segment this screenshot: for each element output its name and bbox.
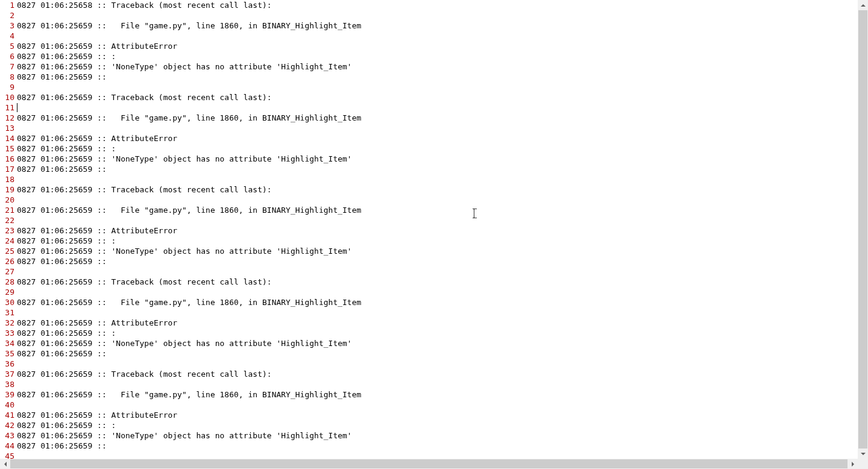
code-line[interactable]: 0827 01:06:25659 :: AttributeError bbox=[17, 318, 858, 328]
code-line[interactable]: 0827 01:06:25659 :: bbox=[17, 256, 858, 266]
code-line[interactable] bbox=[17, 10, 858, 20]
editor-viewport[interactable]: 1234567891011121314151617181920212223242… bbox=[0, 0, 858, 459]
line-number: 15 bbox=[1, 143, 14, 154]
line-number: 6 bbox=[1, 51, 14, 61]
code-line[interactable] bbox=[17, 451, 858, 459]
line-number: 29 bbox=[1, 287, 14, 297]
code-area[interactable]: 0827 01:06:25658 :: Traceback (most rece… bbox=[16, 0, 858, 459]
scroll-up-button[interactable] bbox=[858, 0, 868, 10]
code-line[interactable]: 0827 01:06:25659 :: 'NoneType' object ha… bbox=[17, 61, 858, 72]
line-number: 11 bbox=[1, 102, 14, 113]
code-line[interactable]: 0827 01:06:25659 :: 'NoneType' object ha… bbox=[17, 154, 858, 164]
line-number: 39 bbox=[1, 389, 14, 400]
horizontal-scrollbar[interactable] bbox=[0, 459, 858, 469]
line-number: 16 bbox=[1, 154, 14, 164]
line-number: 3 bbox=[1, 20, 14, 31]
code-line[interactable]: 0827 01:06:25659 :: 'NoneType' object ha… bbox=[17, 246, 858, 256]
line-number: 5 bbox=[1, 41, 14, 51]
scroll-down-button[interactable] bbox=[858, 449, 868, 459]
code-line[interactable]: 0827 01:06:25659 :: bbox=[17, 441, 858, 451]
line-number: 23 bbox=[1, 225, 14, 236]
line-number-gutter: 1234567891011121314151617181920212223242… bbox=[0, 0, 16, 459]
code-line[interactable]: 0827 01:06:25659 :: bbox=[17, 164, 858, 174]
code-line[interactable] bbox=[17, 307, 858, 318]
code-line[interactable]: 0827 01:06:25659 :: : bbox=[17, 143, 858, 154]
line-number: 18 bbox=[1, 174, 14, 184]
code-line[interactable]: 0827 01:06:25659 :: : bbox=[17, 236, 858, 246]
code-line[interactable] bbox=[17, 31, 858, 41]
code-line[interactable]: 0827 01:06:25659 :: File "game.py", line… bbox=[17, 20, 858, 31]
code-line[interactable]: 0827 01:06:25659 :: File "game.py", line… bbox=[17, 389, 858, 400]
line-number: 44 bbox=[1, 441, 14, 451]
code-line[interactable] bbox=[17, 266, 858, 277]
line-number: 7 bbox=[1, 61, 14, 72]
line-number: 8 bbox=[1, 72, 14, 82]
code-line[interactable]: 0827 01:06:25659 :: Traceback (most rece… bbox=[17, 184, 858, 195]
line-number: 25 bbox=[1, 246, 14, 256]
code-line[interactable] bbox=[17, 174, 858, 184]
line-number: 40 bbox=[1, 400, 14, 410]
code-line[interactable]: 0827 01:06:25659 :: : bbox=[17, 420, 858, 430]
line-number: 36 bbox=[1, 359, 14, 369]
code-line[interactable] bbox=[17, 123, 858, 133]
chevron-down-icon bbox=[861, 453, 866, 455]
code-line[interactable]: 0827 01:06:25659 :: AttributeError bbox=[17, 225, 858, 236]
line-number: 41 bbox=[1, 410, 14, 420]
text-editor[interactable]: 1234567891011121314151617181920212223242… bbox=[0, 0, 858, 459]
code-line[interactable] bbox=[17, 359, 858, 369]
line-number: 10 bbox=[1, 92, 14, 102]
line-number: 38 bbox=[1, 379, 14, 389]
chevron-right-icon bbox=[852, 462, 854, 467]
code-line[interactable] bbox=[17, 379, 858, 389]
code-line[interactable]: 0827 01:06:25659 :: Traceback (most rece… bbox=[17, 92, 858, 102]
vertical-scroll-track[interactable] bbox=[858, 10, 868, 449]
line-number: 20 bbox=[1, 195, 14, 205]
code-line[interactable] bbox=[17, 215, 858, 225]
scroll-left-button[interactable] bbox=[0, 459, 10, 469]
code-line[interactable]: 0827 01:06:25659 :: bbox=[17, 348, 858, 359]
code-line[interactable]: 0827 01:06:25659 :: : bbox=[17, 51, 858, 61]
line-number: 34 bbox=[1, 338, 14, 348]
code-line[interactable] bbox=[17, 195, 858, 205]
code-line[interactable]: 0827 01:06:25659 :: AttributeError bbox=[17, 410, 858, 420]
line-number: 42 bbox=[1, 420, 14, 430]
line-number: 32 bbox=[1, 318, 14, 328]
code-line[interactable] bbox=[17, 82, 858, 92]
code-line[interactable]: 0827 01:06:25659 :: File "game.py", line… bbox=[17, 205, 858, 215]
code-line[interactable]: 0827 01:06:25659 :: 'NoneType' object ha… bbox=[17, 430, 858, 441]
line-number: 33 bbox=[1, 328, 14, 338]
code-line[interactable]: 0827 01:06:25659 :: Traceback (most rece… bbox=[17, 369, 858, 379]
chevron-up-icon bbox=[861, 4, 866, 7]
code-line[interactable]: 0827 01:06:25659 :: : bbox=[17, 328, 858, 338]
horizontal-scroll-thumb[interactable] bbox=[10, 459, 848, 468]
line-number: 45 bbox=[1, 451, 14, 459]
line-number: 14 bbox=[1, 133, 14, 143]
line-number: 19 bbox=[1, 184, 14, 195]
line-number: 37 bbox=[1, 369, 14, 379]
code-line[interactable] bbox=[17, 400, 858, 410]
line-number: 28 bbox=[1, 277, 14, 287]
scrollbar-corner bbox=[858, 459, 868, 469]
code-line[interactable]: 0827 01:06:25659 :: bbox=[17, 72, 858, 82]
code-line[interactable]: 0827 01:06:25658 :: Traceback (most rece… bbox=[17, 0, 858, 10]
line-number: 12 bbox=[1, 113, 14, 123]
code-line[interactable]: 0827 01:06:25659 :: File "game.py", line… bbox=[17, 297, 858, 307]
line-number: 9 bbox=[1, 82, 14, 92]
line-number: 35 bbox=[1, 348, 14, 359]
line-number: 4 bbox=[1, 31, 14, 41]
vertical-scrollbar[interactable] bbox=[858, 0, 868, 459]
vertical-scroll-thumb[interactable] bbox=[858, 10, 867, 449]
scroll-right-button[interactable] bbox=[848, 459, 858, 469]
code-line[interactable] bbox=[17, 287, 858, 297]
code-line[interactable] bbox=[17, 102, 858, 113]
horizontal-scroll-track[interactable] bbox=[10, 459, 848, 469]
line-number: 22 bbox=[1, 215, 14, 225]
code-line[interactable]: 0827 01:06:25659 :: 'NoneType' object ha… bbox=[17, 338, 858, 348]
line-number: 30 bbox=[1, 297, 14, 307]
line-number: 24 bbox=[1, 236, 14, 246]
code-line[interactable]: 0827 01:06:25659 :: File "game.py", line… bbox=[17, 113, 858, 123]
code-line[interactable]: 0827 01:06:25659 :: AttributeError bbox=[17, 41, 858, 51]
code-line[interactable]: 0827 01:06:25659 :: AttributeError bbox=[17, 133, 858, 143]
chevron-left-icon bbox=[4, 462, 7, 467]
code-line[interactable]: 0827 01:06:25659 :: Traceback (most rece… bbox=[17, 277, 858, 287]
